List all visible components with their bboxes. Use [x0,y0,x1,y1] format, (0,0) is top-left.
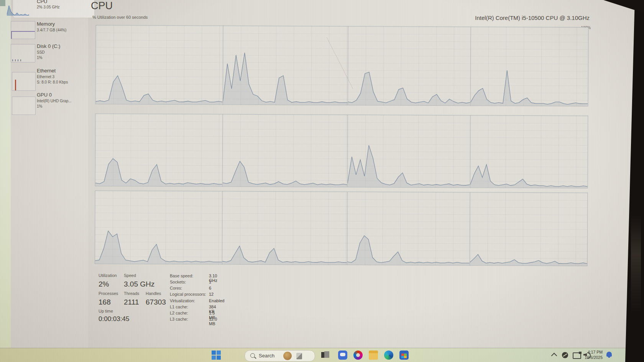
stat-value: Enabled [209,298,224,303]
search-input[interactable]: Search [245,350,315,362]
handles-value: 67303 [146,298,166,306]
handles-label: Handles [146,291,161,296]
start-button[interactable] [212,351,221,360]
notification-bell-icon[interactable] [606,352,612,357]
stat-label: L2 cache: [170,311,208,315]
bezel-reflection [631,215,641,314]
network-globe-icon[interactable] [562,352,568,358]
cpu-core-chart [95,113,223,187]
threads-value: 2111 [124,298,139,306]
tray-chevron-up-icon[interactable] [551,353,557,359]
cpu-core-chart [470,115,588,188]
cpu-core-grid[interactable] [0,0,644,362]
search-highlight-avatar [283,352,292,360]
stat-label: L1 cache: [170,305,208,309]
microsoft-store-icon[interactable] [399,351,409,360]
search-placeholder: Search [259,353,274,359]
cpu-core-chart [470,192,588,266]
stat-label: Logical processors: [170,292,208,296]
utilization-label: Utilization [99,273,117,278]
processes-label: Processes [99,291,118,296]
chat-icon[interactable] [338,351,347,360]
search-highlight-icon [296,353,302,359]
stat-label: Base speed: [170,274,208,278]
edge-browser-icon[interactable] [384,351,393,360]
stat-label: Virtualization: [170,298,208,303]
cpu-core-chart [222,191,348,265]
stat-value: 12 [209,292,214,296]
taskbar-clock[interactable]: 4:17 PM 10/6/2025 [585,349,603,360]
uptime-value: 0:00:03:45 [99,315,129,323]
file-explorer-icon[interactable] [369,351,378,360]
stat-value: 6 [209,286,211,290]
taskbar: Search 4:17 PM 10/6/2025 [0,348,626,362]
cpu-core-chart [222,26,348,105]
clock-date: 10/6/2025 [585,355,603,360]
speed-label: Speed [124,273,136,278]
threads-label: Threads [124,291,139,296]
cpu-core-chart [347,192,471,265]
stat-label: Sockets: [170,280,208,284]
stat-label: L3 cache: [170,317,208,321]
stat-label: Cores: [170,286,208,290]
stat-value: 12.0 MB [209,317,217,326]
cpu-core-chart [347,26,471,106]
task-view-button[interactable] [321,351,330,360]
uptime-label: Up time [99,309,113,313]
search-icon [250,353,255,358]
cpu-core-chart [95,25,223,105]
microsoft-365-icon[interactable] [353,351,363,360]
monitor-screen: CPU 2% 3.05 GHz Memory 3.4/7.7 GB (44%) … [0,0,644,362]
stat-value: 1 [209,280,211,284]
cpu-core-chart [95,190,223,264]
cast-display-icon[interactable] [573,352,581,359]
cpu-core-chart [347,115,471,188]
processes-value: 168 [99,298,111,306]
utilization-value: 2% [99,280,109,288]
speed-value: 3.05 GHz [124,280,154,288]
cpu-core-chart [222,114,348,187]
clock-time: 4:17 PM [585,349,603,355]
cpu-core-chart [470,26,588,106]
